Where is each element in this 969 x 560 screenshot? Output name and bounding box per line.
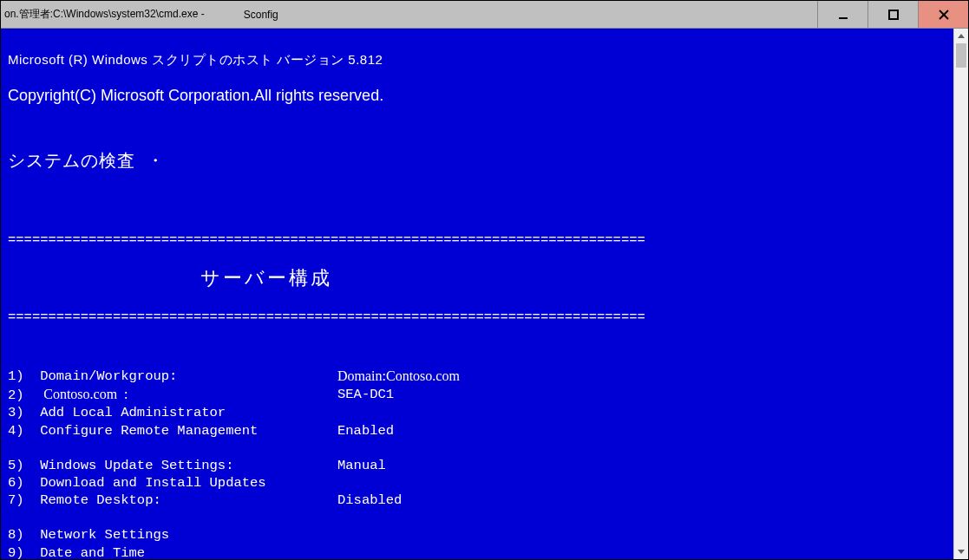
svg-marker-4 [958, 34, 965, 38]
menu-item: 2) Contoso.com :SEA-DC1 [8, 386, 946, 404]
menu-item-value [337, 474, 946, 492]
menu-item-value: Enabled [337, 422, 946, 440]
divider-bottom: ========================================… [8, 309, 946, 326]
console-output[interactable]: Microsoft (R) Windows スクリプトのホスト バージョン 5.… [1, 29, 953, 559]
menu-item-label: 7) Remote Desktop: [8, 492, 337, 509]
menu-list: 1) Domain/Workgroup:Domain:Contoso.com2)… [8, 368, 946, 559]
menu-item: 9) Date and Time [8, 544, 946, 559]
menu-item-value: Disabled [337, 492, 946, 509]
maximize-icon [888, 10, 899, 20]
title-text: on.管理者:C:\Windows\system32\cmd.exe - Sco… [1, 7, 278, 22]
minimize-button[interactable] [817, 1, 868, 28]
menu-item [8, 509, 946, 526]
section-title: サーバー構成 [8, 266, 332, 291]
menu-item-label: 3) Add Local Administrator [8, 404, 337, 421]
minimize-icon [838, 10, 848, 20]
title-right: Sconfig [205, 9, 278, 21]
scroll-down-arrow[interactable] [954, 544, 968, 559]
menu-item: 3) Add Local Administrator [8, 404, 946, 421]
scroll-up-arrow[interactable] [954, 29, 968, 43]
menu-item-label: 8) Network Settings [8, 526, 337, 544]
menu-item-value [337, 544, 946, 559]
divider-top: ========================================… [8, 231, 946, 249]
menu-item-label: 9) Date and Time [8, 544, 337, 559]
system-inspection-label: システムの検査 ・ [8, 149, 946, 172]
menu-item-value [337, 404, 946, 421]
title-left: on.管理者:C:\Windows\system32\cmd.exe - [1, 7, 205, 22]
menu-item-label: 2) Contoso.com : [8, 386, 337, 404]
menu-item: 7) Remote Desktop:Disabled [8, 492, 946, 509]
scroll-track[interactable] [954, 43, 968, 544]
chevron-up-icon [958, 34, 965, 38]
menu-item-label: 1) Domain/Workgroup: [8, 368, 337, 386]
close-icon [939, 10, 949, 20]
menu-item-value: Domain:Contoso.com [337, 368, 946, 386]
close-button[interactable] [918, 1, 968, 28]
svg-rect-1 [889, 10, 898, 19]
menu-item: 6) Download and Install Updates [8, 474, 946, 492]
menu-item: 1) Domain/Workgroup:Domain:Contoso.com [8, 368, 946, 386]
vertical-scrollbar[interactable] [953, 29, 968, 559]
titlebar[interactable]: on.管理者:C:\Windows\system32\cmd.exe - Sco… [1, 1, 968, 29]
content-area: Microsoft (R) Windows スクリプトのホスト バージョン 5.… [1, 29, 968, 559]
svg-marker-5 [958, 550, 965, 554]
menu-item [8, 440, 946, 457]
menu-item-label: 4) Configure Remote Management [8, 422, 337, 440]
menu-item: 5) Windows Update Settings:Manual [8, 457, 946, 474]
window-buttons [817, 1, 968, 28]
menu-item-label: 5) Windows Update Settings: [8, 457, 337, 474]
menu-item: 8) Network Settings [8, 526, 946, 544]
svg-rect-0 [839, 17, 848, 19]
menu-item-label: 6) Download and Install Updates [8, 474, 337, 492]
chevron-down-icon [958, 550, 965, 554]
app-window: on.管理者:C:\Windows\system32\cmd.exe - Sco… [0, 0, 969, 560]
menu-item-value: SEA-DC1 [337, 386, 946, 404]
menu-item: 4) Configure Remote ManagementEnabled [8, 422, 946, 440]
scroll-thumb[interactable] [956, 43, 966, 68]
menu-item-value [337, 526, 946, 544]
maximize-button[interactable] [868, 1, 918, 28]
menu-item-value: Manual [337, 457, 946, 474]
script-host-header: Microsoft (R) Windows スクリプトのホスト バージョン 5.… [8, 51, 946, 68]
copyright-line: Copyright(C) Microsoft Corporation.All r… [8, 86, 946, 106]
